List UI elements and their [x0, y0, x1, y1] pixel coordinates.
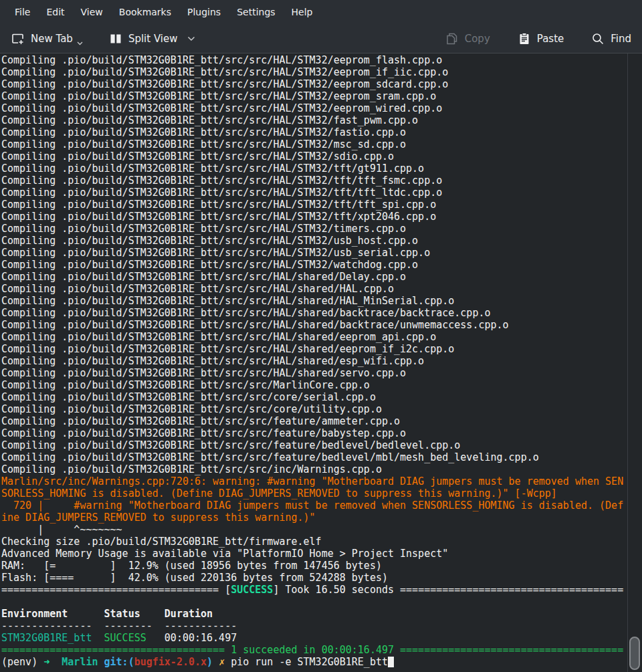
toolbar-right-group: Copy Paste Find — [418, 31, 631, 46]
terminal-line: (penv) ➜ Marlin git:(bugfix-2.0.x) ✗ pio… — [1, 656, 627, 668]
terminal-line: Compiling .pio/build/STM32G0B1RE_btt/src… — [1, 463, 627, 475]
terminal-line: Compiling .pio/build/STM32G0B1RE_btt/src… — [1, 271, 627, 283]
terminal-line: Compiling .pio/build/STM32G0B1RE_btt/src… — [1, 283, 627, 295]
terminal-line: Advanced Memory Usage is available via "… — [1, 548, 627, 560]
menu-item-bookmarks[interactable]: Bookmarks — [111, 0, 179, 24]
menu-item-file[interactable]: File — [7, 0, 38, 24]
new-tab-icon — [11, 31, 25, 46]
terminal-line: Compiling .pio/build/STM32G0B1RE_btt/src… — [1, 138, 627, 150]
terminal-line: Compiling .pio/build/STM32G0B1RE_btt/src… — [1, 199, 627, 211]
terminal-line: ine DIAG_JUMPERS_REMOVED to suppress thi… — [1, 512, 627, 524]
terminal-line: Compiling .pio/build/STM32G0B1RE_btt/src… — [1, 54, 627, 66]
terminal-line: Compiling .pio/build/STM32G0B1RE_btt/src… — [1, 451, 627, 463]
terminal-line: Compiling .pio/build/STM32G0B1RE_btt/src… — [1, 235, 627, 247]
terminal-line: Compiling .pio/build/STM32G0B1RE_btt/src… — [1, 343, 627, 355]
split-view-button[interactable]: Split View — [108, 31, 195, 46]
new-tab-button[interactable]: New Tab — [11, 31, 84, 46]
terminal-line: Environment Status Duration — [1, 608, 627, 620]
paste-button[interactable]: Paste — [517, 31, 564, 46]
copy-icon — [445, 31, 459, 46]
terminal-line: Marlin/src/inc/Warnings.cpp:720:6: warni… — [1, 475, 627, 487]
terminal-line: Compiling .pio/build/STM32G0B1RE_btt/src… — [1, 391, 627, 403]
terminal-line: Compiling .pio/build/STM32G0B1RE_btt/src… — [1, 126, 627, 138]
terminal-line: Flash: [==== ] 42.0% (used 220136 bytes … — [1, 572, 627, 584]
terminal-line — [1, 596, 627, 608]
terminal-line: --------------- -------- ------------ — [1, 620, 627, 632]
terminal-line: 720 | #warning "Motherboard DIAG jumpers… — [1, 499, 627, 512]
terminal-line: Compiling .pio/build/STM32G0B1RE_btt/src… — [1, 187, 627, 199]
terminal-line: RAM: [= ] 12.9% (used 18956 bytes from 1… — [1, 560, 627, 572]
terminal-line: Compiling .pio/build/STM32G0B1RE_btt/src… — [1, 427, 627, 439]
chevron-down-icon — [187, 36, 195, 41]
find-icon — [591, 31, 605, 46]
terminal-line: | ^~~~~~~~ — [1, 524, 627, 536]
terminal-line: Compiling .pio/build/STM32G0B1RE_btt/src… — [1, 175, 627, 187]
terminal-line: Compiling .pio/build/STM32G0B1RE_btt/src… — [1, 247, 627, 259]
terminal-line: SORLESS_HOMING is disabled. (Define DIAG… — [1, 487, 627, 499]
terminal-line: Compiling .pio/build/STM32G0B1RE_btt/src… — [1, 90, 627, 102]
menu-item-help[interactable]: Help — [284, 0, 321, 24]
new-tab-label: New Tab — [31, 33, 73, 45]
terminal-line: Checking size .pio/build/STM32G0B1RE_btt… — [1, 536, 627, 548]
toolbar: New Tab Split View — [0, 24, 642, 53]
terminal-line: Compiling .pio/build/STM32G0B1RE_btt/src… — [1, 162, 627, 175]
terminal-line: Compiling .pio/build/STM32G0B1RE_btt/src… — [1, 211, 627, 223]
copy-label: Copy — [465, 33, 490, 45]
terminal-line: Compiling .pio/build/STM32G0B1RE_btt/src… — [1, 367, 627, 379]
terminal-line: STM32G0B1RE_btt SUCCESS 00:00:16.497 — [1, 632, 627, 644]
terminal-line: ==================================== [SU… — [1, 584, 627, 596]
menu-item-edit[interactable]: Edit — [38, 0, 72, 24]
terminal-line: Compiling .pio/build/STM32G0B1RE_btt/src… — [1, 295, 627, 307]
menubar: File Edit View Bookmarks Plugins Setting… — [0, 0, 642, 24]
terminal-line: Compiling .pio/build/STM32G0B1RE_btt/src… — [1, 379, 627, 391]
menu-item-view[interactable]: View — [73, 0, 111, 24]
menu-item-settings[interactable]: Settings — [229, 0, 283, 24]
menu-item-plugins[interactable]: Plugins — [179, 0, 229, 24]
copy-button[interactable]: Copy — [445, 31, 490, 46]
terminal-line: Compiling .pio/build/STM32G0B1RE_btt/src… — [1, 223, 627, 235]
terminal-line: Compiling .pio/build/STM32G0B1RE_btt/src… — [1, 102, 627, 114]
scrollbar-thumb[interactable] — [629, 637, 640, 670]
find-label: Find — [611, 33, 631, 45]
terminal-cursor — [388, 657, 394, 667]
terminal-line: Compiling .pio/build/STM32G0B1RE_btt/src… — [1, 114, 627, 126]
terminal-output[interactable]: Compiling .pio/build/STM32G0B1RE_btt/src… — [0, 53, 627, 672]
split-view-label: Split View — [128, 33, 178, 45]
split-view-icon — [108, 31, 123, 46]
find-button[interactable]: Find — [591, 31, 631, 46]
terminal-line: Compiling .pio/build/STM32G0B1RE_btt/src… — [1, 403, 627, 415]
paste-label: Paste — [537, 33, 564, 45]
new-tab-dropdown-chevron-icon[interactable] — [77, 41, 83, 45]
terminal-line: Compiling .pio/build/STM32G0B1RE_btt/src… — [1, 66, 627, 78]
terminal-line: Compiling .pio/build/STM32G0B1RE_btt/src… — [1, 259, 627, 271]
terminal-line: Compiling .pio/build/STM32G0B1RE_btt/src… — [1, 331, 627, 343]
terminal-line: Compiling .pio/build/STM32G0B1RE_btt/src… — [1, 439, 627, 451]
terminal-line: Compiling .pio/build/STM32G0B1RE_btt/src… — [1, 415, 627, 427]
terminal-line: ===================================== 1 … — [1, 644, 627, 656]
scrollbar[interactable] — [627, 53, 642, 672]
terminal-line: Compiling .pio/build/STM32G0B1RE_btt/src… — [1, 150, 627, 162]
paste-icon — [517, 31, 532, 46]
terminal-line: Compiling .pio/build/STM32G0B1RE_btt/src… — [1, 307, 627, 319]
terminal[interactable]: Compiling .pio/build/STM32G0B1RE_btt/src… — [0, 53, 642, 672]
terminal-line: Compiling .pio/build/STM32G0B1RE_btt/src… — [1, 319, 627, 331]
terminal-line: Compiling .pio/build/STM32G0B1RE_btt/src… — [1, 78, 627, 90]
terminal-line: Compiling .pio/build/STM32G0B1RE_btt/src… — [1, 355, 627, 367]
